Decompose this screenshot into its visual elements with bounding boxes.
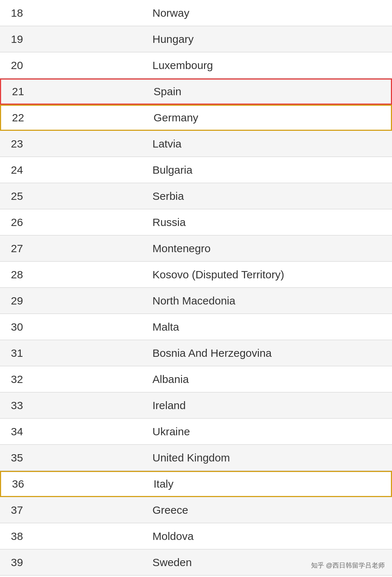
table-row: 24Bulgaria	[0, 157, 392, 183]
row-country: Bosnia And Herzegovina	[145, 342, 392, 365]
table-row: 26Russia	[0, 209, 392, 235]
row-country: Luxembourg	[145, 54, 392, 77]
table-row: 40Belgium	[0, 576, 392, 577]
row-number: 20	[0, 54, 145, 77]
row-number: 19	[0, 28, 145, 51]
table-row: 28Kosovo (Disputed Territory)	[0, 262, 392, 288]
row-country: Germany	[146, 106, 391, 129]
row-number: 30	[0, 315, 145, 339]
row-country: Ukraine	[145, 420, 392, 443]
row-number: 31	[0, 342, 145, 365]
table-row: 35United Kingdom	[0, 445, 392, 471]
row-country: Moldova	[145, 525, 392, 548]
row-country: Bulgaria	[145, 158, 392, 182]
row-country: Ireland	[145, 394, 392, 417]
table-row: 18Norway	[0, 0, 392, 26]
row-number: 35	[0, 446, 145, 469]
table-row: 21Spain	[0, 78, 392, 105]
row-country: Russia	[145, 211, 392, 234]
table-row: 36Italy	[0, 471, 392, 497]
row-country: North Macedonia	[145, 289, 392, 312]
row-number: 26	[0, 211, 145, 234]
row-country: Albania	[145, 368, 392, 391]
row-country: Kosovo (Disputed Territory)	[145, 263, 392, 286]
table-row: 31Bosnia And Herzegovina	[0, 340, 392, 366]
row-number: 25	[0, 185, 145, 208]
table-row: 30Malta	[0, 314, 392, 340]
row-number: 23	[0, 132, 145, 156]
table-row: 20Luxembourg	[0, 52, 392, 78]
country-table: 18Norway19Hungary20Luxembourg21Spain22Ge…	[0, 0, 392, 577]
row-number: 39	[0, 551, 145, 574]
row-number: 32	[0, 368, 145, 391]
row-country: Malta	[145, 315, 392, 339]
row-number: 33	[0, 394, 145, 417]
row-country: Hungary	[145, 28, 392, 51]
row-number: 28	[0, 263, 145, 286]
row-country: Italy	[146, 472, 391, 496]
row-country: Norway	[145, 1, 392, 25]
table-row: 34Ukraine	[0, 419, 392, 445]
row-number: 36	[1, 472, 146, 496]
table-row: 32Albania	[0, 366, 392, 392]
table-row: 27Montenegro	[0, 235, 392, 262]
row-number: 18	[0, 1, 145, 25]
table-row: 25Serbia	[0, 183, 392, 209]
row-country: Spain	[146, 80, 391, 103]
row-country: Greece	[145, 499, 392, 522]
row-number: 37	[0, 499, 145, 522]
table-row: 23Latvia	[0, 131, 392, 157]
row-number: 24	[0, 158, 145, 182]
row-number: 29	[0, 289, 145, 312]
row-number: 38	[0, 525, 145, 548]
row-number: 27	[0, 237, 145, 260]
row-number: 34	[0, 420, 145, 443]
row-country: Latvia	[145, 132, 392, 156]
watermark: 知乎 @西日韩留学吕老师	[311, 561, 385, 570]
row-country: United Kingdom	[145, 446, 392, 469]
row-number: 21	[1, 80, 146, 103]
row-country: Montenegro	[145, 237, 392, 260]
table-row: 38Moldova	[0, 523, 392, 549]
row-number: 22	[1, 106, 146, 129]
row-country: Serbia	[145, 185, 392, 208]
table-row: 29North Macedonia	[0, 288, 392, 314]
table-row: 22Germany	[0, 105, 392, 131]
table-row: 33Ireland	[0, 392, 392, 419]
table-row: 19Hungary	[0, 26, 392, 52]
table-row: 37Greece	[0, 497, 392, 523]
